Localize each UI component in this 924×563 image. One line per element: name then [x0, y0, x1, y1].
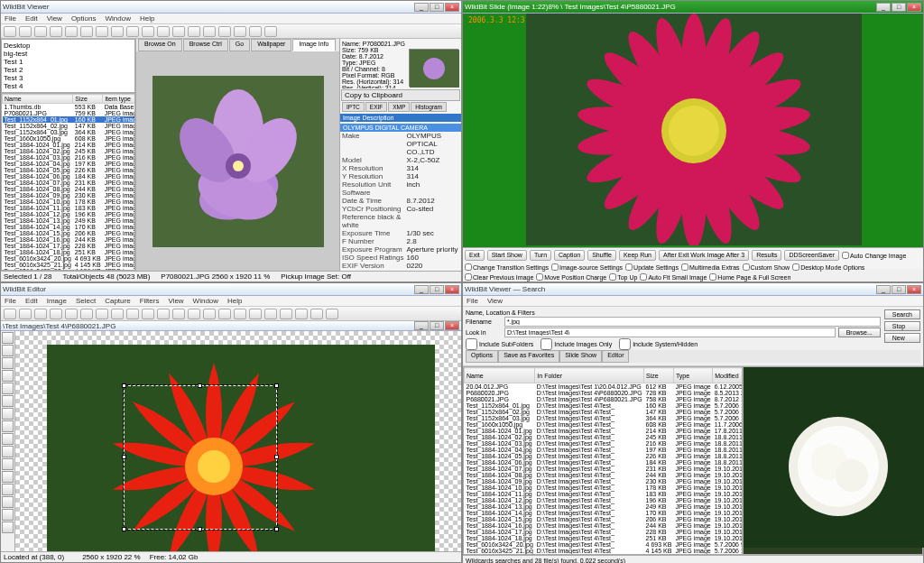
menu-capture[interactable]: Capture	[105, 297, 130, 305]
tab[interactable]: Go	[229, 39, 250, 51]
table-row[interactable]: Test_1884-1024_11.jpg183 KBJPEG image19.…	[3, 205, 136, 211]
table-row[interactable]: Test_1152x864_02.jpgD:\Test Images\Test …	[465, 409, 744, 415]
toolbar-button[interactable]	[142, 26, 154, 37]
tool-button[interactable]	[2, 471, 14, 483]
table-row[interactable]: Test_1884-1024_03.jpg216 KBJPEG image18.…	[3, 154, 136, 161]
toolbar-button[interactable]	[218, 26, 231, 37]
table-row[interactable]: Test_1884-1024_17.jpg228 KBJPEG image19.…	[3, 243, 136, 249]
table-row[interactable]: P6880020.JPGD:\Test Images\Test 4\P68800…	[465, 390, 744, 396]
table-row[interactable]: Test_1884-1024_09.jpg230 KBJPEG image19.…	[3, 192, 136, 198]
menu-image[interactable]: Image	[47, 297, 67, 305]
table-row[interactable]: Test_1884-1024_14.jpgD:\Test Images\Test…	[465, 510, 744, 516]
table-row[interactable]: 1.Thumbs.db553 KBData Base File8.3.2013 …	[3, 104, 136, 111]
table-row[interactable]: Test_1884-1024_18.jpgD:\Test Images\Test…	[465, 535, 744, 541]
image-preview[interactable]	[136, 51, 339, 271]
titlebar[interactable]: WildBit Viewer _□×	[1, 1, 461, 14]
table-row[interactable]: Test_1884-1024_06.jpg184 KBJPEG image18.…	[3, 173, 136, 180]
menu-file[interactable]: File	[5, 14, 16, 23]
canvas[interactable]	[47, 345, 435, 551]
table-row[interactable]: Test_1884-1024_06.jpgD:\Test Images\Test…	[465, 459, 744, 466]
table-row[interactable]: Test_1884-1024_13.jpg249 KBJPEG image19.…	[3, 217, 136, 224]
min-button[interactable]: _	[414, 3, 429, 12]
min-button[interactable]: _	[876, 285, 891, 294]
table-row[interactable]: Test_1884-1024_10.jpgD:\Test Images\Test…	[465, 485, 744, 491]
table-row[interactable]: Test_1884-1024_15.jpgD:\Test Images\Test…	[465, 516, 744, 522]
toolbar-button[interactable]	[96, 26, 108, 37]
table-row[interactable]: Test_1884-1024_18.jpg251 KBJPEG image19.…	[3, 249, 136, 255]
close-button[interactable]: ×	[907, 3, 921, 12]
tool-button[interactable]	[2, 496, 14, 508]
menu-view[interactable]: View	[47, 14, 62, 23]
table-row[interactable]: Test_1884-1024_07.jpgD:\Test Images\Test…	[465, 466, 744, 472]
table-row[interactable]: Test_1884-1024_09.jpgD:\Test Images\Test…	[465, 478, 744, 485]
tool-button[interactable]	[2, 357, 14, 369]
close-button[interactable]: ×	[445, 3, 459, 12]
table-row[interactable]: Test_1884-1024_17.jpgD:\Test Images\Test…	[465, 529, 744, 535]
tool-button[interactable]	[2, 332, 14, 344]
tool-button[interactable]	[2, 420, 14, 432]
table-row[interactable]: Test_1660x1050.jpg608 KBJPEG image11.7.2…	[3, 135, 136, 142]
tool-button[interactable]	[2, 458, 14, 470]
table-row[interactable]: Test_1884-1024_04.jpg197 KBJPEG image18.…	[3, 161, 136, 167]
table-row[interactable]: Test_1884-1024_16.jpgD:\Test Images\Test…	[465, 522, 744, 529]
table-row[interactable]: Test_6016x3424_20.jpgD:\Test Images\Test…	[465, 541, 744, 548]
tool-button[interactable]	[2, 395, 14, 407]
menu-options[interactable]: Options	[71, 14, 97, 23]
table-row[interactable]: Test_1884-1024_14.jpg170 KBJPEG image19.…	[3, 224, 136, 230]
menu-filters[interactable]: Filters	[140, 297, 160, 305]
tool-button[interactable]	[2, 383, 14, 394]
tab[interactable]: Wallpaper	[251, 39, 291, 51]
selection-rect[interactable]	[124, 385, 277, 530]
tool-button[interactable]	[2, 433, 14, 445]
menu-help[interactable]: Help	[227, 297, 242, 305]
max-button[interactable]: □	[892, 285, 906, 294]
table-row[interactable]: Test_1884-1024_05.jpgD:\Test Images\Test…	[465, 453, 744, 459]
table-row[interactable]: Test_1884-1024_03.jpgD:\Test Images\Test…	[465, 440, 744, 447]
table-row[interactable]: Test_6016x3424_20.jpg4 693 KBJPEG image5…	[3, 255, 136, 262]
titlebar[interactable]: WildBit Viewer — Search _□×	[463, 283, 923, 296]
new-button[interactable]: New	[884, 333, 920, 343]
titlebar[interactable]: WildBit Slide (Image 1:22)8% \ Test Imag…	[463, 1, 923, 14]
toolbar-button[interactable]	[65, 26, 78, 37]
table-row[interactable]: Test_1884-1024_10.jpg178 KBJPEG image19.…	[3, 198, 136, 205]
tool-button[interactable]	[2, 484, 14, 495]
toolbar-button[interactable]	[34, 26, 47, 37]
table-row[interactable]: Test_1884-1024_12.jpgD:\Test Images\Test…	[465, 497, 744, 503]
tool-button[interactable]	[2, 408, 14, 420]
table-row[interactable]: Test_1884-1024_02.jpg245 KBJPEG image18.…	[3, 148, 136, 154]
toolbar-button[interactable]	[264, 26, 277, 37]
menu-window[interactable]: Window	[193, 297, 218, 305]
tab[interactable]: Browse Ctrl	[183, 39, 228, 51]
titlebar[interactable]: WildBit Editor _□×	[1, 283, 461, 296]
menu-edit[interactable]: Edit	[25, 14, 38, 23]
table-row[interactable]: Test_1884-1024_13.jpgD:\Test Images\Test…	[465, 503, 744, 510]
toolbar-button[interactable]	[80, 26, 93, 37]
toolbar-button[interactable]	[4, 26, 16, 37]
min-button[interactable]: _	[414, 285, 429, 294]
toolbar-button[interactable]	[249, 26, 262, 37]
toolbar-button[interactable]	[188, 26, 200, 37]
menu-view[interactable]: View	[168, 297, 183, 305]
tool-button[interactable]	[2, 509, 14, 521]
tab[interactable]: Image Info	[292, 39, 335, 51]
toolbar-button[interactable]	[234, 26, 246, 37]
filename-input[interactable]	[504, 317, 881, 327]
copy-button[interactable]: Copy to Clipboard	[341, 89, 460, 101]
tool-button[interactable]	[2, 446, 14, 457]
table-row[interactable]: Test_1884-1024_01.jpg214 KBJPEG image17.…	[3, 142, 136, 148]
menu-window[interactable]: Window	[105, 14, 130, 23]
table-row[interactable]: Test_1884-1024_08.jpg244 KBJPEG image19.…	[3, 186, 136, 192]
exif-properties[interactable]: MakeOLYMPUS OPTICAL CO.,LTDModelX-2,C-50…	[340, 132, 461, 271]
toolbar-button[interactable]	[50, 26, 62, 37]
tool-button[interactable]	[2, 370, 14, 382]
tab[interactable]: Browse On	[138, 39, 182, 51]
table-row[interactable]: Test_1152x864_03.jpgD:\Test Images\Test …	[465, 415, 744, 421]
table-row[interactable]: Test_1152x864_03.jpg364 KBJPEG image5.7.…	[3, 129, 136, 135]
toolbar-button[interactable]	[172, 26, 185, 37]
doc-titlebar[interactable]: \Test Images\Test 4\P6880021.JPG _□×	[1, 321, 461, 331]
table-row[interactable]: Test_1660x1050.jpgD:\Test Images\Test 4\…	[465, 421, 744, 428]
stop-button[interactable]: Stop	[884, 321, 920, 331]
table-row[interactable]: Test_1884-1024_12.jpg196 KBJPEG image19.…	[3, 211, 136, 217]
table-row[interactable]: Test_6016x3425_22.jpg4 186 KBJPEG image5…	[3, 268, 136, 271]
menu-select[interactable]: Select	[76, 297, 96, 305]
